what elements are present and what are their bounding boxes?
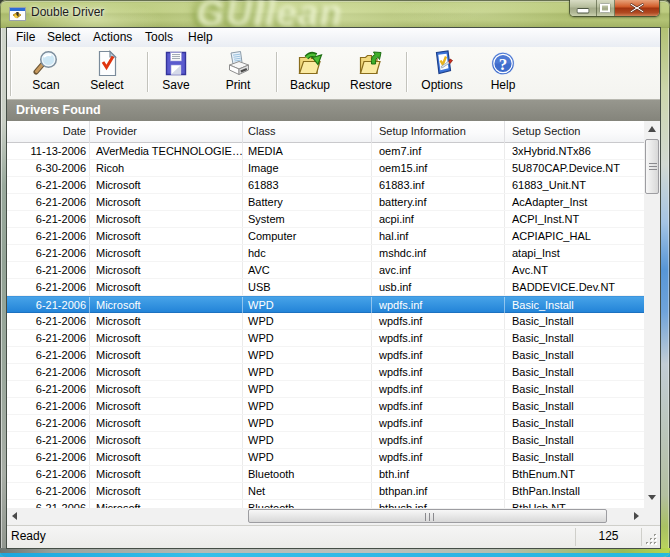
svg-text:?: ?	[499, 55, 508, 74]
